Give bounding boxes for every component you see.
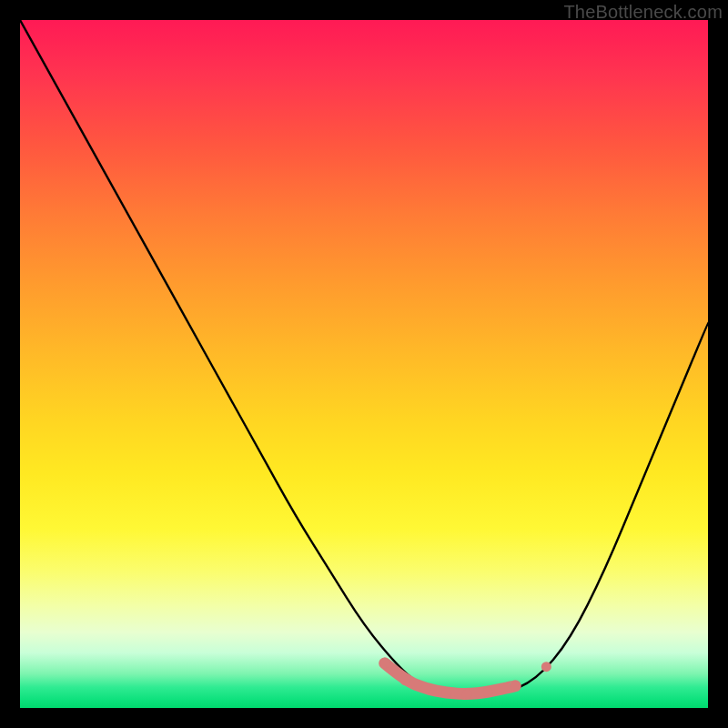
marker-flat-4	[462, 689, 472, 699]
curve-layer	[20, 20, 708, 708]
bottleneck-curve	[20, 20, 708, 694]
marker-flat-1	[400, 675, 410, 685]
plot-area	[20, 20, 708, 708]
marker-flat-2	[421, 683, 431, 693]
chart-stage: TheBottleneck.com	[0, 0, 728, 728]
marker-right-flat-end	[511, 681, 521, 691]
marker-right-up-dot	[541, 662, 551, 672]
markers-group	[379, 658, 551, 699]
marker-flat-5	[483, 687, 493, 697]
marker-flat-3	[441, 688, 451, 698]
marker-left-flat-start	[379, 658, 389, 668]
